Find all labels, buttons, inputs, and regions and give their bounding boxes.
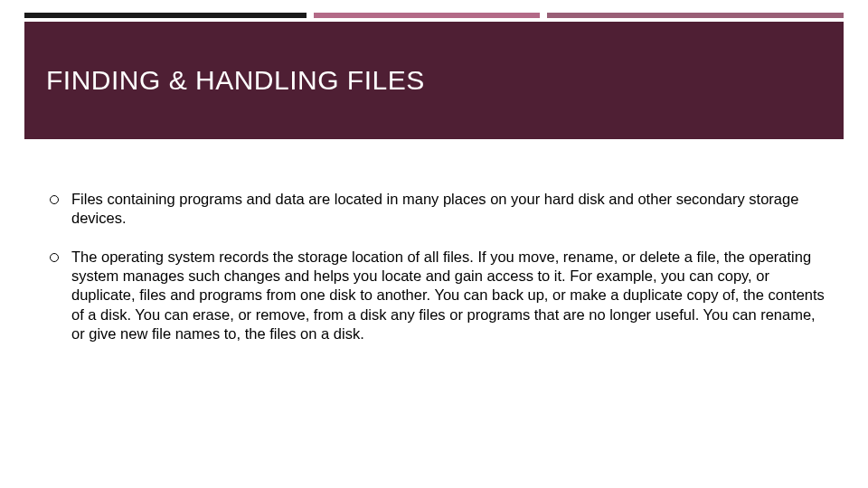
title-bar: FINDING & HANDLING FILES (24, 22, 844, 139)
bullet-text: The operating system records the storage… (71, 248, 827, 343)
accent-bar (24, 13, 844, 18)
bullet-text: Files containing programs and data are l… (71, 190, 827, 228)
list-item: Files containing programs and data are l… (50, 190, 827, 228)
bullet-marker-icon (50, 191, 71, 229)
accent-segment-light (547, 13, 844, 18)
accent-segment-dark (24, 13, 307, 18)
list-item: The operating system records the storage… (50, 248, 827, 343)
accent-segment-mid (314, 13, 540, 18)
bullet-marker-icon (50, 249, 71, 344)
bullet-list: Files containing programs and data are l… (50, 190, 827, 363)
slide-title: FINDING & HANDLING FILES (46, 65, 425, 96)
